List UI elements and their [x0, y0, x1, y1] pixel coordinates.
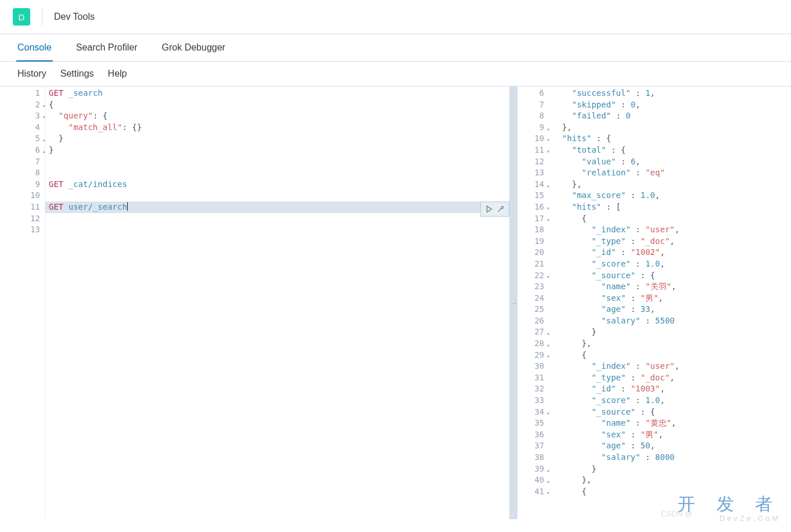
response-line: "_source" : { [549, 407, 791, 418]
response-line-number: 41▾ [517, 486, 549, 498]
response-gutter: 6789▴10▾11▾121314▴1516▾17▾1819202122▾232… [517, 87, 549, 519]
app-logo-letter: D [19, 12, 25, 22]
pane-splitter[interactable]: ⋮ [509, 87, 517, 519]
response-viewer[interactable]: "successful" : 1, "skipped" : 0, "failed… [549, 87, 791, 519]
request-line[interactable]: "query": { [45, 110, 509, 122]
editor-split: 12▾3▾45▴6▴78910111213 GET _search{ "quer… [0, 86, 791, 519]
page-title: Dev Tools [54, 12, 95, 22]
response-line-number: 23 [517, 281, 549, 293]
response-line-number: 13 [517, 167, 549, 179]
response-line-number: 6 [517, 88, 549, 99]
response-line: "_type" : "_doc", [549, 236, 791, 247]
request-pane: 12▾3▾45▴6▴78910111213 GET _search{ "quer… [0, 87, 509, 519]
response-line: "salary" : 5500 [549, 315, 791, 327]
response-line-number: 7 [517, 99, 549, 111]
response-line: "age" : 50, [549, 440, 791, 452]
tab-console[interactable]: Console [16, 34, 53, 61]
response-line: { [549, 350, 791, 361]
response-line-number: 39▴ [517, 463, 549, 475]
subnav-history[interactable]: History [17, 69, 46, 79]
response-line: "_id" : "1003", [549, 383, 791, 395]
request-line[interactable] [45, 190, 509, 202]
response-line-number: 28▴ [517, 338, 549, 350]
response-line-number: 30 [517, 361, 549, 372]
response-line: "successful" : 1, [549, 88, 791, 99]
request-line[interactable]: GET _search [45, 88, 509, 99]
response-line: "sex" : "男", [549, 429, 791, 441]
tab-grok-debugger[interactable]: Grok Debugger [161, 34, 226, 61]
wrench-icon [497, 205, 505, 213]
request-line-number: 5▴ [0, 133, 45, 145]
request-line[interactable] [45, 213, 509, 225]
request-line-number: 2▾ [0, 99, 45, 111]
request-line-number: 12 [0, 213, 45, 225]
response-line: "sex" : "男", [549, 293, 791, 304]
response-line-number: 26 [517, 315, 549, 327]
response-line-number: 18 [517, 224, 549, 236]
request-line-number: 6▴ [0, 145, 45, 156]
request-line[interactable]: { [45, 99, 509, 111]
request-line-number: 10 [0, 190, 45, 202]
response-line: "_id" : "1002", [549, 247, 791, 258]
request-options-button[interactable] [495, 204, 506, 214]
response-line-number: 14▴ [517, 179, 549, 190]
response-line-number: 16▾ [517, 202, 549, 213]
response-line: "age" : 33, [549, 304, 791, 315]
run-request-button[interactable] [484, 204, 494, 214]
response-pane: 6789▴10▾11▾121314▴1516▾17▾1819202122▾232… [517, 87, 791, 519]
request-line-number: 11 [0, 202, 45, 213]
request-line[interactable] [45, 156, 509, 168]
response-line-number: 20 [517, 247, 549, 258]
response-line-number: 8 [517, 110, 549, 122]
request-line-number: 3▾ [0, 110, 45, 122]
request-line-number: 7 [0, 156, 45, 168]
request-line-number: 13 [0, 224, 45, 236]
csdn-watermark: CSDN @ [661, 509, 692, 518]
response-line: "max_score" : 1.0, [549, 190, 791, 202]
request-line[interactable]: GET user/_search [45, 202, 509, 213]
request-line-number: 8 [0, 167, 45, 179]
request-line-number: 9 [0, 179, 45, 190]
response-line-number: 36 [517, 429, 549, 441]
response-line-number: 34▾ [517, 407, 549, 418]
request-line[interactable]: GET _cat/indices [45, 179, 509, 190]
request-line-number: 1 [0, 88, 45, 99]
response-line-number: 9▴ [517, 122, 549, 134]
subnav-settings[interactable]: Settings [60, 69, 94, 79]
response-line-number: 29▾ [517, 350, 549, 361]
response-line: }, [549, 338, 791, 350]
subnav-help[interactable]: Help [108, 69, 127, 79]
response-line: }, [549, 475, 791, 486]
response-line-number: 32 [517, 383, 549, 395]
response-line: }, [549, 122, 791, 134]
response-line: "failed" : 0 [549, 110, 791, 122]
request-editor[interactable]: GET _search{ "query": { "match_all": {} … [45, 87, 509, 519]
splitter-handle-icon: ⋮ [513, 300, 515, 306]
response-line-number: 24 [517, 293, 549, 304]
response-line-number: 31 [517, 372, 549, 384]
request-line[interactable]: } [45, 145, 509, 156]
response-line: "_source" : { [549, 270, 791, 282]
response-line-number: 21 [517, 258, 549, 270]
request-line[interactable] [45, 224, 509, 236]
request-line[interactable] [45, 167, 509, 179]
response-line: "hits" : { [549, 133, 791, 145]
response-line: "relation" : "eq" [549, 167, 791, 179]
response-line: "_type" : "_doc", [549, 372, 791, 384]
response-line: "_score" : 1.0, [549, 258, 791, 270]
request-line[interactable]: } [45, 133, 509, 145]
request-action-bar [480, 202, 509, 217]
request-gutter: 12▾3▾45▴6▴78910111213 [0, 87, 45, 519]
response-line-number: 25 [517, 304, 549, 315]
request-line[interactable]: "match_all": {} [45, 122, 509, 134]
tab-search-profiler[interactable]: Search Profiler [75, 34, 139, 61]
response-line: } [549, 326, 791, 338]
response-line-number: 37 [517, 440, 549, 452]
response-line: "_index" : "user", [549, 224, 791, 236]
app-logo[interactable]: D [13, 8, 30, 26]
response-line-number: 27▴ [517, 326, 549, 338]
response-line-number: 12 [517, 156, 549, 168]
response-line-number: 35 [517, 418, 549, 429]
response-line: "value" : 6, [549, 156, 791, 168]
response-line-number: 19 [517, 236, 549, 247]
